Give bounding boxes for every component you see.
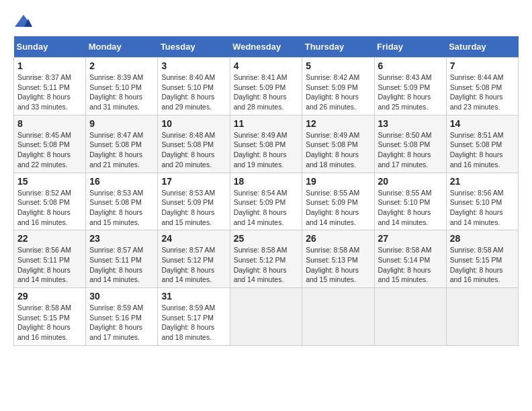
calendar-cell: 8 Sunrise: 8:45 AM Sunset: 5:08 PM Dayli…: [14, 115, 86, 173]
calendar-body: 1 Sunrise: 8:37 AM Sunset: 5:11 PM Dayli…: [14, 58, 519, 346]
day-info: Sunrise: 8:56 AM Sunset: 5:10 PM Dayligh…: [450, 188, 515, 228]
calendar-cell: 15 Sunrise: 8:52 AM Sunset: 5:08 PM Dayl…: [14, 173, 86, 230]
daylight-label: Daylight: 8 hours and 14 minutes.: [378, 208, 431, 226]
day-number: 1: [17, 60, 82, 71]
sunset-label: Sunset: 5:09 PM: [378, 83, 431, 91]
daylight-label: Daylight: 8 hours and 21 minutes.: [89, 150, 142, 169]
sunrise-label: Sunrise: 8:45 AM: [17, 131, 71, 139]
calendar-cell: 28 Sunrise: 8:58 AM Sunset: 5:15 PM Dayl…: [446, 230, 518, 288]
day-info: Sunrise: 8:53 AM Sunset: 5:08 PM Dayligh…: [89, 188, 154, 228]
day-number: 11: [234, 118, 299, 129]
weekday-header-wednesday: Wednesday: [230, 36, 302, 58]
page-header: [13, 13, 519, 30]
weekday-header-sunday: Sunday: [14, 36, 86, 58]
day-info: Sunrise: 8:59 AM Sunset: 5:16 PM Dayligh…: [89, 303, 154, 342]
calendar-week-2: 8 Sunrise: 8:45 AM Sunset: 5:08 PM Dayli…: [14, 115, 519, 173]
sunrise-label: Sunrise: 8:58 AM: [450, 246, 504, 254]
sunset-label: Sunset: 5:11 PM: [89, 256, 142, 264]
sunset-label: Sunset: 5:15 PM: [17, 314, 70, 322]
calendar-cell: 30 Sunrise: 8:59 AM Sunset: 5:16 PM Dayl…: [86, 288, 158, 346]
day-number: 8: [17, 118, 82, 129]
sunset-label: Sunset: 5:14 PM: [378, 256, 431, 264]
sunrise-label: Sunrise: 8:59 AM: [161, 304, 215, 312]
sunset-label: Sunset: 5:08 PM: [161, 140, 214, 148]
day-number: 23: [89, 233, 154, 244]
calendar-cell: 17 Sunrise: 8:53 AM Sunset: 5:09 PM Dayl…: [158, 173, 230, 230]
sunset-label: Sunset: 5:08 PM: [89, 198, 142, 206]
calendar-cell: 14 Sunrise: 8:51 AM Sunset: 5:08 PM Dayl…: [446, 115, 518, 173]
sunset-label: Sunset: 5:13 PM: [306, 256, 358, 264]
weekday-header-row: SundayMondayTuesdayWednesdayThursdayFrid…: [14, 36, 519, 58]
day-info: Sunrise: 8:59 AM Sunset: 5:17 PM Dayligh…: [161, 303, 226, 342]
sunrise-label: Sunrise: 8:42 AM: [306, 73, 359, 81]
sunset-label: Sunset: 5:09 PM: [234, 198, 286, 206]
daylight-label: Daylight: 8 hours and 18 minutes.: [306, 150, 359, 169]
day-info: Sunrise: 8:51 AM Sunset: 5:08 PM Dayligh…: [450, 130, 515, 170]
day-info: Sunrise: 8:57 AM Sunset: 5:12 PM Dayligh…: [161, 245, 226, 285]
day-info: Sunrise: 8:50 AM Sunset: 5:08 PM Dayligh…: [378, 130, 443, 170]
day-info: Sunrise: 8:58 AM Sunset: 5:13 PM Dayligh…: [306, 245, 370, 285]
sunset-label: Sunset: 5:09 PM: [234, 83, 286, 91]
day-number: 21: [450, 176, 515, 187]
calendar-cell: 31 Sunrise: 8:59 AM Sunset: 5:17 PM Dayl…: [158, 288, 230, 346]
daylight-label: Daylight: 8 hours and 16 minutes.: [17, 208, 71, 226]
calendar-table: SundayMondayTuesdayWednesdayThursdayFrid…: [13, 36, 519, 346]
sunset-label: Sunset: 5:10 PM: [89, 83, 142, 91]
weekday-header-friday: Friday: [374, 36, 446, 58]
sunset-label: Sunset: 5:08 PM: [17, 198, 70, 206]
calendar-cell: 11 Sunrise: 8:49 AM Sunset: 5:08 PM Dayl…: [230, 115, 302, 173]
day-info: Sunrise: 8:55 AM Sunset: 5:10 PM Dayligh…: [378, 188, 443, 228]
sunrise-label: Sunrise: 8:58 AM: [378, 246, 432, 254]
sunrise-label: Sunrise: 8:52 AM: [17, 189, 71, 197]
day-info: Sunrise: 8:58 AM Sunset: 5:14 PM Dayligh…: [378, 245, 443, 285]
daylight-label: Daylight: 8 hours and 22 minutes.: [17, 150, 71, 169]
sunrise-label: Sunrise: 8:58 AM: [306, 246, 359, 254]
calendar-cell: 21 Sunrise: 8:56 AM Sunset: 5:10 PM Dayl…: [446, 173, 518, 230]
sunrise-label: Sunrise: 8:50 AM: [378, 131, 432, 139]
daylight-label: Daylight: 8 hours and 18 minutes.: [161, 323, 214, 341]
day-info: Sunrise: 8:57 AM Sunset: 5:11 PM Dayligh…: [89, 245, 154, 285]
day-number: 22: [17, 233, 82, 244]
daylight-label: Daylight: 8 hours and 17 minutes.: [89, 323, 142, 341]
sunset-label: Sunset: 5:16 PM: [89, 314, 142, 322]
day-info: Sunrise: 8:54 AM Sunset: 5:09 PM Dayligh…: [234, 188, 299, 228]
daylight-label: Daylight: 8 hours and 26 minutes.: [306, 93, 359, 111]
day-number: 3: [161, 60, 226, 71]
daylight-label: Daylight: 8 hours and 17 minutes.: [378, 150, 431, 169]
sunrise-label: Sunrise: 8:58 AM: [17, 304, 71, 312]
weekday-header-thursday: Thursday: [302, 36, 374, 58]
day-info: Sunrise: 8:43 AM Sunset: 5:09 PM Dayligh…: [378, 73, 443, 112]
day-info: Sunrise: 8:48 AM Sunset: 5:08 PM Dayligh…: [161, 130, 226, 170]
sunrise-label: Sunrise: 8:51 AM: [450, 131, 504, 139]
calendar-cell: 22 Sunrise: 8:56 AM Sunset: 5:11 PM Dayl…: [14, 230, 86, 288]
calendar-cell: 29 Sunrise: 8:58 AM Sunset: 5:15 PM Dayl…: [14, 288, 86, 346]
day-info: Sunrise: 8:52 AM Sunset: 5:08 PM Dayligh…: [17, 188, 82, 228]
sunset-label: Sunset: 5:10 PM: [161, 83, 214, 91]
daylight-label: Daylight: 8 hours and 14 minutes.: [234, 208, 287, 226]
daylight-label: Daylight: 8 hours and 15 minutes.: [306, 266, 359, 284]
day-number: 27: [378, 233, 443, 244]
daylight-label: Daylight: 8 hours and 14 minutes.: [89, 266, 142, 284]
daylight-label: Daylight: 8 hours and 23 minutes.: [450, 93, 503, 111]
sunrise-label: Sunrise: 8:47 AM: [89, 131, 143, 139]
day-info: Sunrise: 8:40 AM Sunset: 5:10 PM Dayligh…: [161, 73, 226, 112]
day-number: 31: [161, 291, 226, 302]
day-number: 16: [89, 176, 154, 187]
day-number: 20: [378, 176, 443, 187]
sunrise-label: Sunrise: 8:48 AM: [161, 131, 215, 139]
logo: [13, 13, 36, 30]
sunset-label: Sunset: 5:12 PM: [234, 256, 286, 264]
daylight-label: Daylight: 8 hours and 31 minutes.: [89, 93, 142, 111]
sunrise-label: Sunrise: 8:58 AM: [234, 246, 287, 254]
calendar-cell: 24 Sunrise: 8:57 AM Sunset: 5:12 PM Dayl…: [158, 230, 230, 288]
sunrise-label: Sunrise: 8:49 AM: [306, 131, 359, 139]
sunset-label: Sunset: 5:08 PM: [306, 140, 358, 148]
day-number: 25: [234, 233, 299, 244]
day-number: 24: [161, 233, 226, 244]
daylight-label: Daylight: 8 hours and 14 minutes.: [306, 208, 359, 226]
sunrise-label: Sunrise: 8:41 AM: [234, 73, 287, 81]
sunset-label: Sunset: 5:08 PM: [17, 140, 70, 148]
sunrise-label: Sunrise: 8:54 AM: [234, 189, 287, 197]
calendar-cell: 5 Sunrise: 8:42 AM Sunset: 5:09 PM Dayli…: [302, 58, 374, 116]
day-number: 28: [450, 233, 515, 244]
